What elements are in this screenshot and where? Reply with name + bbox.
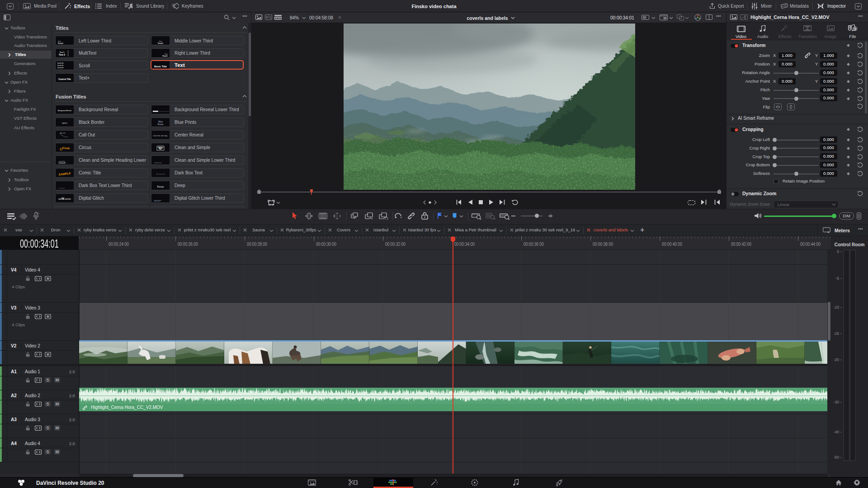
- svg-text:SAMPLE TEXT: SAMPLE TEXT: [59, 188, 66, 188]
- svg-text:CALL OUT: CALL OUT: [60, 132, 66, 134]
- svg-text:DIGITAL GLITCH: DIGITAL GLITCH: [154, 199, 161, 200]
- svg-text:DIGITAL GLITCH: DIGITAL GLITCH: [59, 198, 71, 200]
- svg-text:DIG: DIG: [61, 197, 64, 199]
- svg-text:Background Reveal: Background Reveal: [58, 109, 71, 111]
- svg-text:Highlight_Cerna Hora_CC_V2.MOV: Highlight_Cerna Hora_CC_V2.MOV: [91, 405, 163, 410]
- svg-text:Deep: Deep: [157, 184, 164, 188]
- svg-text:CENTER REVEAL: CENTER REVEAL: [153, 135, 168, 136]
- svg-text:Scroll title: Scroll title: [57, 67, 64, 69]
- svg-text:SAMPLE: SAMPLE: [62, 122, 67, 124]
- svg-text:Clean & Simple: Clean & Simple: [59, 160, 65, 161]
- svg-text:Sample: Sample: [58, 42, 63, 44]
- svg-text:DIGITAL GLITCH: DIGITAL GLITCH: [154, 200, 160, 201]
- svg-text:Blue: Blue: [158, 121, 163, 123]
- svg-text:HQ: HQ: [664, 18, 666, 19]
- svg-text:Prints: Prints: [157, 123, 163, 125]
- svg-text:BACKGROUND REVEAL: BACKGROUND REVEAL: [159, 111, 170, 112]
- svg-text:Sample: Sample: [158, 42, 163, 44]
